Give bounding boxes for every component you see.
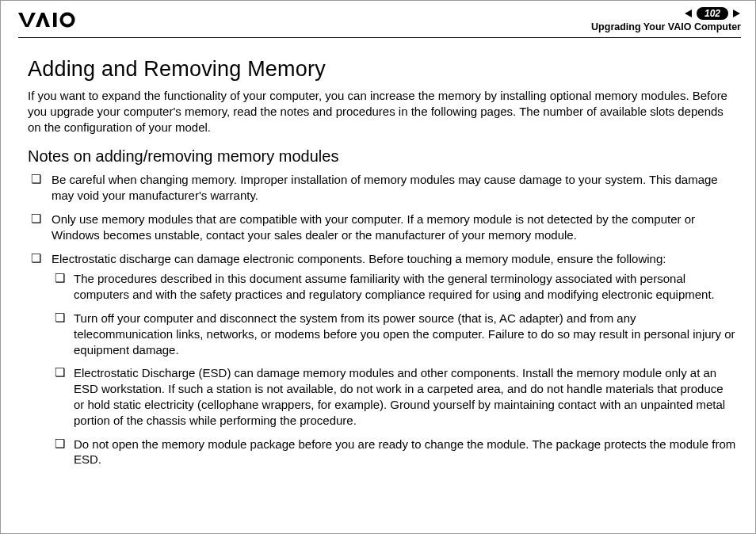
list-item: Be careful when changing memory. Imprope…: [28, 172, 736, 204]
page-number-badge: 102: [697, 7, 728, 20]
page-title: Adding and Removing Memory: [28, 57, 736, 82]
list-item: Electrostatic Discharge (ESD) can damage…: [52, 365, 736, 428]
vaio-logo: [18, 12, 94, 28]
page-content: Adding and Removing Memory If you want t…: [1, 38, 755, 467]
svg-rect-0: [53, 13, 57, 27]
list-item: Do not open the memory module package be…: [52, 437, 736, 468]
page-header: 102 Upgrading Your VAIO Computer: [1, 1, 755, 37]
list-item: Turn off your computer and disconnect th…: [52, 311, 736, 357]
page-navigator: 102: [591, 7, 741, 20]
list-item-text: Electrostatic discharge can damage elect…: [52, 252, 666, 265]
svg-marker-1: [685, 10, 692, 17]
header-section-title: Upgrading Your VAIO Computer: [591, 21, 741, 32]
subnotes-list: The procedures described in this documen…: [52, 271, 736, 467]
list-item: Only use memory modules that are compati…: [28, 212, 736, 243]
intro-paragraph: If you want to expand the functionality …: [28, 88, 736, 135]
list-item: Electrostatic discharge can damage elect…: [28, 251, 736, 468]
next-page-arrow[interactable]: [731, 9, 741, 18]
subsection-title: Notes on adding/removing memory modules: [28, 147, 736, 166]
prev-page-arrow[interactable]: [684, 9, 693, 18]
notes-list: Be careful when changing memory. Imprope…: [28, 172, 736, 467]
svg-marker-2: [733, 10, 740, 17]
list-item: The procedures described in this documen…: [52, 271, 736, 303]
header-right: 102 Upgrading Your VAIO Computer: [591, 7, 741, 32]
